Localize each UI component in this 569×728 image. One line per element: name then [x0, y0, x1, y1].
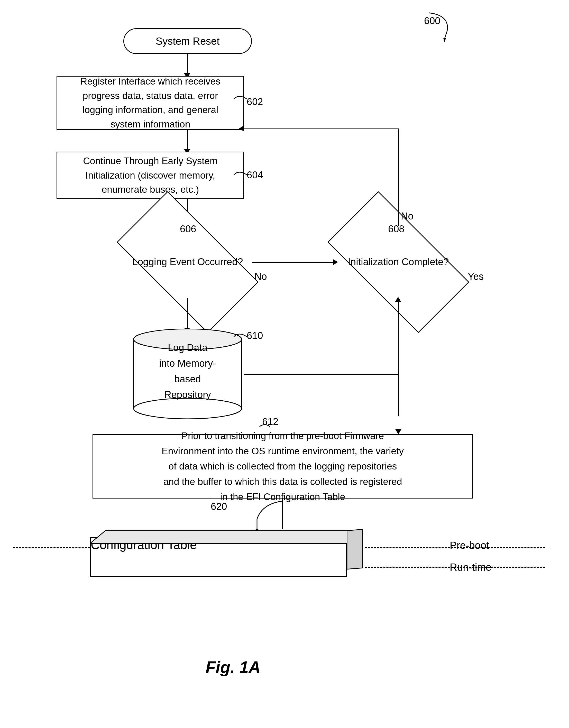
svg-marker-7 [347, 529, 362, 569]
arrow-sr-to-reg [187, 54, 188, 75]
register-interface-node: Register Interface which receives progre… [57, 76, 244, 130]
bracket-610 [231, 329, 252, 344]
fig-label: Fig. 1A [206, 658, 260, 677]
arrow-reg-to-cont [187, 130, 188, 150]
system-reset-label: System Reset [156, 35, 220, 47]
arrowhead-up-to-init [395, 297, 401, 302]
arrowhead-no-back [239, 125, 244, 132]
init-complete-diamond: Initialization Complete? [334, 226, 463, 298]
bracket-602 [231, 91, 252, 107]
register-interface-label: Register Interface which receives progre… [80, 74, 221, 131]
prior-to-label: Prior to transitioning from the pre-boot… [157, 423, 409, 510]
h-line-no-back [244, 128, 398, 129]
ref-620: 620 [211, 501, 227, 512]
ref-608: 608 [388, 224, 404, 235]
no-label-2: No [401, 211, 414, 222]
log-data-node: Log Data into Memory- based Repository [131, 342, 244, 401]
no-label-1: No [254, 271, 267, 282]
config-table-top [90, 529, 362, 545]
yes-label: Yes [468, 271, 484, 282]
prior-to-node: Prior to transitioning from the pre-boot… [93, 434, 473, 499]
init-complete-label: Initialization Complete? [348, 256, 449, 268]
logging-event-label: Logging Event Occurred? [132, 256, 243, 268]
system-reset-node: System Reset [123, 28, 252, 54]
v-line-no-back [398, 128, 399, 226]
pre-boot-label: Pre-boot [450, 540, 489, 551]
log-data-label: Log Data into Memory- based Repository [159, 340, 216, 402]
dashed-left [13, 547, 90, 548]
v-line-up-to-init [398, 299, 399, 374]
bracket-604 [231, 167, 252, 182]
curved-arrow-600 [403, 10, 455, 46]
config-table-right [347, 529, 364, 581]
continue-init-node: Continue Through Early System Initializa… [57, 152, 244, 199]
ref-606: 606 [180, 224, 196, 235]
h-line-log-to-init [252, 262, 334, 263]
continue-init-label: Continue Through Early System Initializa… [83, 154, 218, 197]
diagram-container: 600 System Reset Register Interface whic… [0, 0, 569, 728]
svg-marker-6 [90, 531, 362, 543]
arrow-log-down [187, 298, 188, 329]
svg-marker-0 [443, 38, 446, 42]
h-line-log-to-init2 [244, 374, 398, 375]
curved-620 [231, 499, 308, 532]
logging-event-diamond: Logging Event Occurred? [123, 226, 252, 298]
run-time-label: Run-time [450, 561, 491, 573]
